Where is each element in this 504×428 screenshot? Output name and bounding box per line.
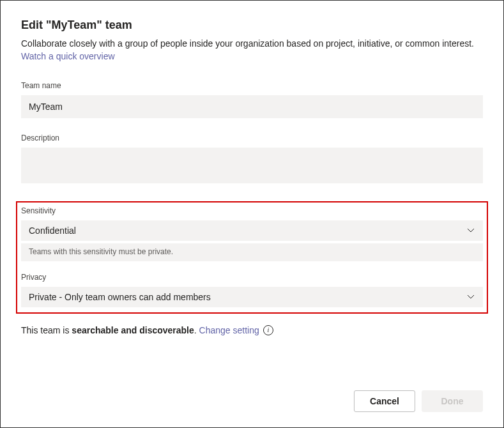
cancel-button[interactable]: Cancel [354,390,415,412]
chevron-down-icon [466,293,475,302]
button-row: Cancel Done [354,390,483,412]
sensitivity-label: Sensitivity [21,206,483,215]
change-setting-link[interactable]: Change setting [199,325,259,335]
sensitivity-dropdown[interactable]: Confidential [21,220,483,241]
team-name-field: Team name [21,81,483,118]
sensitivity-help: Teams with this sensitivity must be priv… [21,243,483,261]
privacy-label: Privacy [21,273,483,282]
description-input[interactable] [21,148,483,183]
privacy-value: Private - Only team owners can add membe… [29,292,211,302]
privacy-field: Privacy Private - Only team owners can a… [21,273,483,307]
description-field: Description [21,134,483,186]
dialog-subtitle-text: Collaborate closely with a group of peop… [21,38,474,49]
privacy-dropdown[interactable]: Private - Only team owners can add membe… [21,287,483,307]
discoverable-text: This team is searchable and discoverable… [21,325,259,335]
discoverable-row: This team is searchable and discoverable… [21,325,483,335]
overview-link[interactable]: Watch a quick overview [21,51,115,61]
description-label: Description [21,134,483,142]
team-name-input[interactable] [21,95,483,118]
sensitivity-field: Sensitivity Confidential Teams with this… [21,206,483,261]
chevron-down-icon [466,226,475,235]
dialog-subtitle: Collaborate closely with a group of peop… [21,37,483,63]
info-icon[interactable]: i [263,325,273,335]
team-name-label: Team name [21,81,483,90]
dialog-title: Edit "MyTeam" team [21,19,483,32]
done-button: Done [422,390,483,412]
highlight-box: Sensitivity Confidential Teams with this… [16,201,488,314]
sensitivity-value: Confidential [29,225,76,236]
